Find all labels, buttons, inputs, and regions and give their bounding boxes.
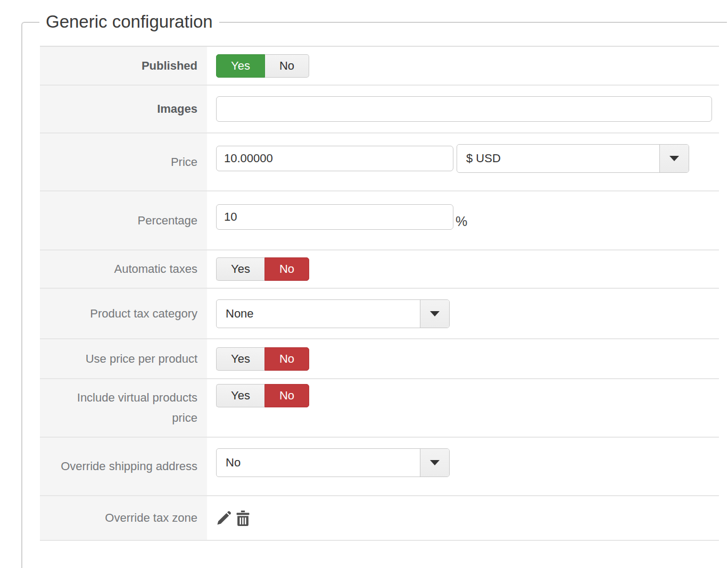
published-toggle[interactable]: Yes No xyxy=(216,54,309,78)
images-input[interactable] xyxy=(216,96,712,122)
automatic-taxes-toggle[interactable]: Yes No xyxy=(216,257,309,281)
price-input[interactable] xyxy=(216,146,453,171)
configuration-table: Published Yes No Images Price $ USD xyxy=(40,46,719,541)
automatic-taxes-label: Automatic taxes xyxy=(40,250,207,288)
chevron-down-icon[interactable] xyxy=(420,300,449,328)
automatic-taxes-yes-button[interactable]: Yes xyxy=(216,257,264,281)
currency-select-value: $ USD xyxy=(457,145,659,172)
product-tax-category-label: Product tax category xyxy=(40,289,207,338)
fieldset-legend: Generic configuration xyxy=(39,9,219,35)
price-label: Price xyxy=(40,133,207,190)
override-shipping-address-value: No xyxy=(217,449,420,477)
chevron-down-icon[interactable] xyxy=(659,145,689,172)
currency-select[interactable]: $ USD xyxy=(457,144,689,173)
override-shipping-address-select[interactable]: No xyxy=(216,448,450,477)
percentage-input[interactable] xyxy=(216,204,453,230)
row-published: Published Yes No xyxy=(40,47,719,86)
published-yes-button[interactable]: Yes xyxy=(216,54,265,78)
chevron-down-icon[interactable] xyxy=(420,449,449,477)
pencil-icon xyxy=(216,511,231,526)
row-use-price-per-product: Use price per product Yes No xyxy=(40,339,719,379)
include-virtual-yes-button[interactable]: Yes xyxy=(216,384,264,407)
row-images: Images xyxy=(40,86,719,133)
include-virtual-no-button[interactable]: No xyxy=(264,384,309,407)
trash-icon xyxy=(236,511,250,526)
images-label: Images xyxy=(40,86,207,132)
row-include-virtual-products-price: Include virtual products price Yes No xyxy=(40,379,719,438)
override-shipping-address-label: Override shipping address xyxy=(40,438,207,495)
generic-configuration-fieldset: Generic configuration Published Yes No I… xyxy=(21,22,727,568)
override-tax-zone-label: Override tax zone xyxy=(40,496,207,540)
row-percentage: Percentage % xyxy=(40,191,719,250)
row-automatic-taxes: Automatic taxes Yes No xyxy=(40,250,719,289)
published-label: Published xyxy=(40,47,207,85)
include-virtual-products-price-toggle[interactable]: Yes No xyxy=(216,384,309,407)
row-price: Price $ USD xyxy=(40,133,719,191)
edit-tax-zone-button[interactable] xyxy=(216,511,231,526)
product-tax-category-select[interactable]: None xyxy=(216,299,450,328)
use-price-per-product-no-button[interactable]: No xyxy=(264,347,309,371)
product-tax-category-value: None xyxy=(217,300,420,328)
include-virtual-products-price-label: Include virtual products price xyxy=(40,379,207,437)
row-product-tax-category: Product tax category None xyxy=(40,289,719,339)
percentage-label: Percentage xyxy=(40,191,207,249)
row-override-tax-zone: Override tax zone xyxy=(40,496,719,541)
percent-suffix: % xyxy=(456,214,467,229)
use-price-per-product-yes-button[interactable]: Yes xyxy=(216,347,264,371)
use-price-per-product-toggle[interactable]: Yes No xyxy=(216,347,309,371)
published-no-button[interactable]: No xyxy=(265,54,309,78)
automatic-taxes-no-button[interactable]: No xyxy=(264,257,309,281)
row-override-shipping-address: Override shipping address No xyxy=(40,438,719,496)
delete-tax-zone-button[interactable] xyxy=(236,511,250,526)
use-price-per-product-label: Use price per product xyxy=(40,339,207,378)
